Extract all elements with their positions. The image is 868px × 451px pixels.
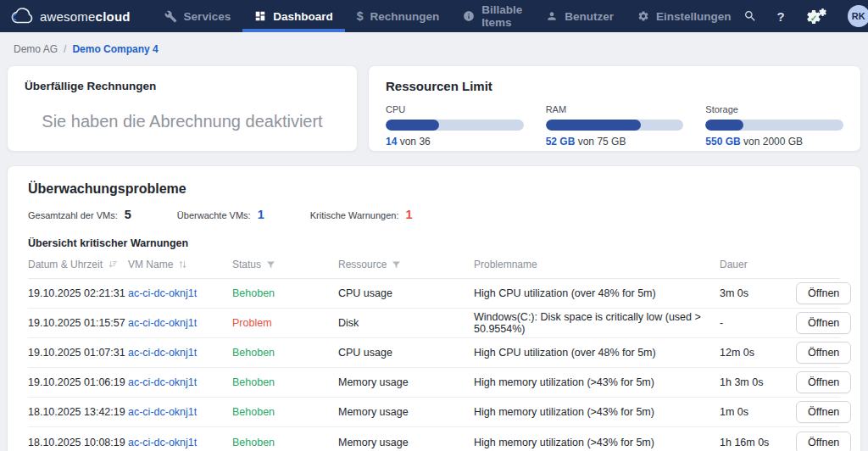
status-badge: Behoben [232,376,338,388]
cell-duration: 1h 3m 0s [720,376,796,388]
col-dauer: Dauer [720,259,796,270]
cell-problem: High memory utilization (>43% for 5m) [474,406,720,418]
vm-stats-row: Gesamtzahl der VMs: 5 Überwachte VMs: 1 … [28,208,840,221]
dollar-icon: $ [357,9,364,23]
resource-limit-card: Ressourcen Limit CPU 14 von 36 RAM 52 GB… [368,65,861,152]
storage-meter: Storage 550 GB von 2000 GB [705,104,843,148]
critical-warnings-table-title: Übersicht kritischer Warnungen [28,237,840,249]
storage-progressbar [705,120,843,131]
stat-monitored-vms: Überwachte VMs: 1 [177,208,264,221]
cell-actions: Öffnen [796,342,851,364]
gear-icon [637,10,649,22]
cell-problem: High CPU utilization (over 48% for 5m) [474,347,720,359]
resource-meters: CPU 14 von 36 RAM 52 GB von 75 GB Storag… [386,104,843,148]
nav-item-benutzer[interactable]: Benutzer [534,0,626,32]
dashboard-grid-icon [254,10,266,22]
billing-disabled-message: Sie haben die Abrechnung deaktiviert [25,112,340,131]
status-badge: Problem [232,317,338,329]
table-row: 19.10.2025 02:21:31 ac-ci-dc-oknj1t Beho… [28,279,840,309]
col-ressource[interactable]: Ressource [338,259,474,270]
vm-name-link[interactable]: ac-ci-dc-oknj1t [128,317,232,329]
table-row: 19.10.2025 01:15:57 ac-ci-dc-oknj1t Prob… [28,309,840,338]
vm-name-link[interactable]: ac-ci-dc-oknj1t [128,376,232,388]
stat-critical-warnings: Kritische Warnungen: 1 [310,208,413,221]
cell-resource: Disk [338,317,474,329]
sort-descending-icon[interactable] [108,259,118,270]
open-button[interactable]: Öffnen [796,282,851,304]
cell-datetime: 18.10.2025 10:08:19 [28,437,128,448]
search-icon[interactable] [743,9,757,23]
vm-name-link[interactable]: ac-ci-dc-oknj1t [128,406,232,418]
open-button[interactable]: Öffnen [796,432,851,451]
top-navbar: awesomecloud Services Dashboard $ Rechnu… [0,0,868,32]
open-button[interactable]: Öffnen [796,342,851,364]
cell-duration: 12m 0s [720,347,796,359]
app-logo[interactable]: awesomecloud [10,0,131,32]
filter-funnel-icon[interactable] [392,260,401,270]
storage-usage-text: 550 GB von 2000 GB [705,136,843,148]
nav-label: Rechnungen [370,10,439,23]
resources-card-title: Ressourcen Limit [386,79,843,93]
col-vm-name[interactable]: VM Name [128,259,232,270]
cell-problem: High memory utilization (>43% for 5m) [474,437,720,448]
nav-item-einstellungen[interactable]: Einstellungen [626,0,743,32]
table-row: 18.10.2025 13:42:19 ac-ci-dc-oknj1t Beho… [28,398,840,427]
status-check-icon: ✓ [810,14,817,23]
table-row: 19.10.2025 01:06:19 ac-ci-dc-oknj1t Beho… [28,368,840,398]
cpu-progressbar [386,120,524,131]
vm-name-link[interactable]: ac-ci-dc-oknj1t [128,287,232,299]
cell-duration: - [720,317,796,329]
vm-name-link[interactable]: ac-ci-dc-oknj1t [128,437,232,448]
status-badge: Behoben [232,347,338,359]
cloud-logo-icon [10,8,34,25]
ram-usage-text: 52 GB von 75 GB [546,136,684,148]
cell-duration: 1h 16m 0s [720,437,796,448]
cell-resource: CPU usage [338,347,474,359]
monitoring-problems-card: Überwachungsprobleme Gesamtzahl der VMs:… [7,165,861,451]
cell-actions: Öffnen [796,432,851,451]
nav-label: Billable Items [481,3,522,29]
ram-progressbar [546,120,684,131]
open-button[interactable]: Öffnen [796,312,851,334]
cell-actions: Öffnen [796,371,851,393]
table-row: 18.10.2025 10:08:19 ac-ci-dc-oknj1t Beho… [28,427,840,451]
breadcrumb-parent[interactable]: Demo AG [14,43,58,55]
col-datetime[interactable]: Datum & Uhrzeit [28,259,128,270]
table-row: 19.10.2025 01:07:31 ac-ci-dc-oknj1t Beho… [28,338,840,368]
monitored-vms-value: 1 [258,208,264,221]
cell-duration: 1m 0s [720,406,796,418]
sort-icon[interactable] [178,259,187,270]
logo-text: awesomecloud [40,9,131,24]
filter-funnel-icon[interactable] [266,260,275,270]
status-badge: Behoben [232,287,338,299]
nav-item-billable-items[interactable]: Billable Items [451,0,534,32]
cell-datetime: 18.10.2025 13:42:19 [28,406,128,418]
nav-label: Benutzer [565,10,614,23]
cell-datetime: 19.10.2025 01:07:31 [28,347,128,359]
breadcrumb-current[interactable]: Demo Company 4 [72,43,158,55]
breadcrumb: Demo AG / Demo Company 4 [0,32,868,64]
open-button[interactable]: Öffnen [796,371,851,393]
ram-meter: RAM 52 GB von 75 GB [546,104,684,148]
nav-label: Services [184,10,231,23]
ram-label: RAM [546,104,684,114]
vm-name-link[interactable]: ac-ci-dc-oknj1t [128,347,232,359]
cell-datetime: 19.10.2025 02:21:31 [28,287,128,299]
nav-item-services[interactable]: Services [153,0,243,32]
services-status-gears-icon[interactable]: ✓ [805,5,827,27]
user-icon [546,10,558,22]
monitoring-title: Überwachungsprobleme [28,181,840,197]
nav-item-dashboard[interactable]: Dashboard [242,0,345,32]
cell-resource: Memory usage [338,376,474,388]
cell-resource: Memory usage [338,406,474,418]
nav-label: Einstellungen [656,10,732,23]
overdue-card-title: Überfällige Rechnungen [25,80,340,92]
status-badge: Behoben [232,437,338,448]
nav-item-rechnungen[interactable]: $ Rechnungen [345,0,452,32]
open-button[interactable]: Öffnen [796,401,851,423]
nav-label: Dashboard [273,10,333,23]
help-icon[interactable]: ? [777,9,785,24]
user-avatar[interactable]: RK [848,5,868,27]
col-status[interactable]: Status [232,259,338,270]
cell-problem: High memory utilization (>43% for 5m) [474,376,720,388]
